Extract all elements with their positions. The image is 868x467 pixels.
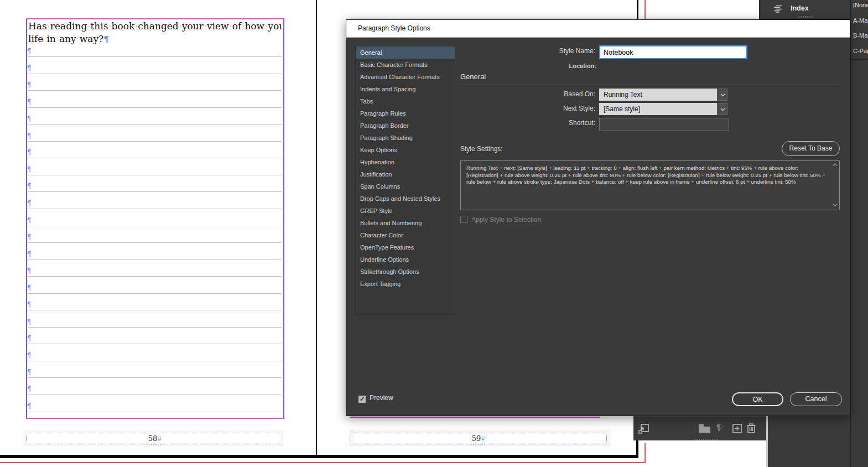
apply-style-checkbox[interactable] bbox=[460, 216, 467, 223]
based-on-dropdown-chevron-icon[interactable] bbox=[718, 89, 727, 101]
end-of-story-marker: # bbox=[481, 435, 485, 442]
page-number-outport-59 bbox=[471, 444, 486, 445]
pilcrow-mark: ¶ bbox=[27, 217, 32, 225]
general-section-heading: General bbox=[460, 72, 486, 81]
right-page-frame-bottom-edge bbox=[350, 417, 600, 418]
sidebar-item-keep-options[interactable]: Keep Options bbox=[356, 144, 455, 156]
space-dot-hidden-char: · bbox=[242, 22, 244, 30]
space-dot-hidden-char: · bbox=[108, 22, 111, 30]
index-panel-title: Index bbox=[791, 4, 809, 12]
apply-style-to-selection-row[interactable]: Apply Style to Selection bbox=[460, 216, 541, 224]
sidebar-item-paragraph-border[interactable]: Paragraph Border bbox=[356, 120, 455, 132]
notebook-text-frame[interactable]: Has·reading·this·book·changed·your·view·… bbox=[26, 18, 284, 419]
pilcrow-mark: ¶ bbox=[27, 166, 32, 174]
space-dot-hidden-char: · bbox=[56, 35, 59, 43]
new-style-group-folder-icon[interactable] bbox=[699, 424, 710, 435]
notebook-rule-line bbox=[28, 412, 282, 412]
pilcrow-mark: ¶ bbox=[27, 183, 32, 191]
style-name-input[interactable] bbox=[599, 45, 747, 59]
sidebar-item-span-columns[interactable]: Span Columns bbox=[356, 180, 455, 193]
notebook-rule-line bbox=[28, 327, 282, 328]
sidebar-item-hyphenation[interactable]: Hyphenation bbox=[356, 156, 455, 168]
sidebar-item-underline-options[interactable]: Underline Options bbox=[356, 253, 455, 266]
ok-button[interactable]: OK bbox=[732, 392, 783, 406]
notebook-rule-line bbox=[28, 293, 282, 294]
dialog-title-bar[interactable]: Paragraph Style Options bbox=[346, 20, 850, 38]
master-page-item-b-mast[interactable]: B-Mast bbox=[853, 32, 868, 39]
space-dot-hidden-char: · bbox=[230, 22, 232, 30]
notebook-rule-line bbox=[28, 377, 282, 378]
sidebar-item-paragraph-shading[interactable]: Paragraph Shading bbox=[356, 132, 455, 144]
page-right-edge-top bbox=[637, 0, 638, 19]
sidebar-item-general[interactable]: General bbox=[356, 46, 455, 59]
scroll-down-chevron-icon[interactable] bbox=[833, 202, 838, 209]
right-dock-background bbox=[768, 416, 850, 467]
panel-resize-grip[interactable] bbox=[694, 439, 719, 440]
sidebar-item-character-color[interactable]: Character Color bbox=[356, 229, 455, 241]
preview-row[interactable]: ✓Preview bbox=[358, 394, 393, 403]
pilcrow-mark: ¶ bbox=[27, 200, 32, 208]
master-page-item--none-[interactable]: [None] bbox=[853, 2, 868, 8]
pilcrow-mark: ¶ bbox=[27, 98, 32, 107]
page-number: 59 bbox=[472, 434, 481, 443]
pilcrow-mark: ¶ bbox=[27, 65, 32, 73]
space-dot-hidden-char: · bbox=[87, 22, 90, 30]
index-panel-tab[interactable]: Index bbox=[759, 0, 851, 19]
spread-spine-line bbox=[316, 0, 317, 455]
pilcrow-mark: ¶ bbox=[27, 115, 32, 123]
based-on-label: Based On: bbox=[507, 90, 595, 98]
sidebar-item-indents-and-spacing[interactable]: Indents and Spacing bbox=[356, 83, 455, 95]
space-dot-hidden-char: · bbox=[77, 35, 79, 43]
apply-style-label: Apply Style to Selection bbox=[471, 216, 541, 224]
bleed-guide-vertical-bottom bbox=[644, 443, 646, 463]
shortcut-input[interactable] bbox=[599, 118, 729, 131]
notebook-rule-line bbox=[28, 107, 282, 108]
pilcrow-mark: ¶ bbox=[27, 369, 32, 377]
space-dot-hidden-char: · bbox=[135, 22, 137, 30]
scroll-up-chevron-icon[interactable] bbox=[833, 162, 838, 169]
next-style-dropdown[interactable]: [Same style] bbox=[599, 103, 717, 115]
pilcrow-mark: ¶ bbox=[27, 352, 32, 360]
sidebar-item-strikethrough-options[interactable]: Strikethrough Options bbox=[356, 266, 455, 278]
sidebar-item-bullets-and-numbering[interactable]: Bullets and Numbering bbox=[356, 217, 455, 229]
sidebar-item-tabs[interactable]: Tabs bbox=[356, 95, 455, 107]
indesign-workspace: Has·reading·this·book·changed·your·view·… bbox=[0, 0, 868, 467]
pilcrow-mark: ¶ bbox=[27, 81, 32, 90]
clear-overrides-icon[interactable]: ¶⁄ bbox=[716, 423, 721, 432]
sidebar-item-paragraph-rules[interactable]: Paragraph Rules bbox=[356, 107, 455, 120]
create-new-style-icon[interactable] bbox=[732, 424, 742, 435]
delete-style-trash-icon[interactable] bbox=[747, 423, 756, 435]
pilcrow-mark: ¶ bbox=[27, 132, 32, 141]
pilcrow-mark: ¶ bbox=[27, 403, 32, 411]
preview-checkbox[interactable]: ✓ bbox=[358, 396, 366, 403]
load-styles-icon[interactable] bbox=[638, 423, 649, 437]
reset-to-base-button[interactable]: Reset To Base bbox=[782, 141, 840, 156]
style-settings-text: Running Text + next: [Same style] + lead… bbox=[466, 165, 825, 185]
sidebar-item-export-tagging[interactable]: Export Tagging bbox=[356, 278, 455, 290]
sidebar-item-drop-caps-and-nested-styles[interactable]: Drop Caps and Nested Styles bbox=[356, 193, 455, 205]
sidebar-item-basic-character-formats[interactable]: Basic Character Formats bbox=[356, 59, 455, 71]
sidebar-item-advanced-character-formats[interactable]: Advanced Character Formats bbox=[356, 71, 455, 83]
page-number-frame-59[interactable]: 59# bbox=[350, 433, 607, 444]
master-page-item-c-page[interactable]: C-Page bbox=[853, 48, 868, 54]
sidebar-item-grep-style[interactable]: GREP Style bbox=[356, 205, 455, 217]
cancel-button[interactable]: Cancel bbox=[790, 392, 842, 406]
based-on-dropdown[interactable]: Running Text bbox=[599, 89, 717, 101]
index-panel-icon bbox=[774, 5, 783, 15]
sidebar-item-opentype-features[interactable]: OpenType Features bbox=[356, 241, 455, 253]
master-page-item-a-mast[interactable]: A-Mast bbox=[853, 17, 868, 24]
notebook-rule-line bbox=[28, 260, 282, 260]
page-number: 58 bbox=[148, 434, 158, 443]
style-settings-box[interactable]: Running Text + next: [Same style] + lead… bbox=[460, 160, 840, 210]
index-panel-grip[interactable] bbox=[798, 16, 813, 18]
pilcrow-mark: ¶ bbox=[27, 284, 32, 293]
space-dot-hidden-char: · bbox=[204, 22, 206, 30]
pages-panel-masters-sliver: [None]A-MastB-MastC-Page bbox=[850, 0, 868, 467]
sidebar-item-justification[interactable]: Justification bbox=[356, 168, 455, 180]
next-style-dropdown-chevron-icon[interactable] bbox=[718, 103, 727, 115]
page-number-frame-58[interactable]: 58# bbox=[26, 433, 283, 444]
pilcrow-mark: ¶ bbox=[27, 149, 32, 157]
space-dot-hidden-char: · bbox=[265, 22, 267, 30]
pilcrow-mark: ¶ bbox=[27, 318, 32, 326]
notebook-rule-line bbox=[28, 226, 282, 226]
